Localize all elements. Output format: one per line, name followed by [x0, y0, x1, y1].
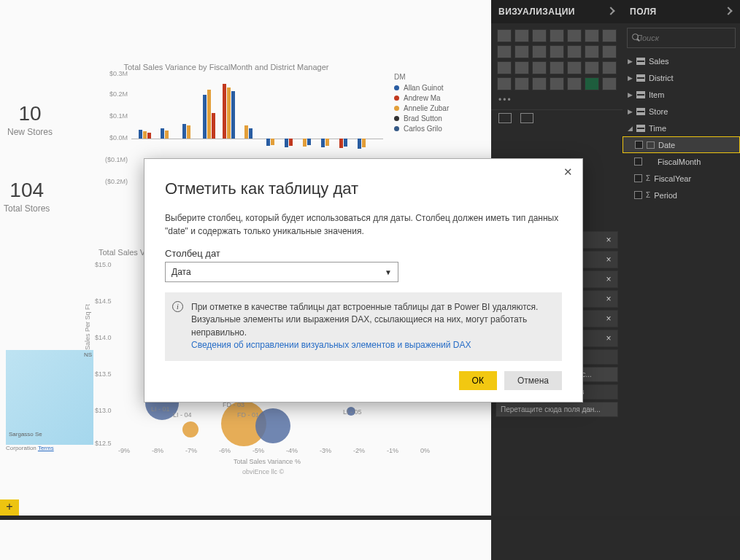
dropdown-value: Дата [171, 267, 191, 277]
dialog-description: Выберите столбец, который будет использо… [165, 211, 562, 238]
info-link[interactable]: Сведения об исправлении визуальных элеме… [191, 340, 471, 350]
info-text: При отметке в качестве таблицы дат встро… [191, 302, 538, 338]
info-message: i При отметке в качестве таблицы дат вст… [165, 292, 562, 361]
date-column-dropdown[interactable]: Дата ▼ [165, 262, 398, 282]
close-button[interactable]: ✕ [559, 163, 577, 181]
ok-button[interactable]: ОК [459, 371, 497, 390]
cancel-button[interactable]: Отмена [504, 371, 562, 390]
date-column-label: Столбец дат [165, 248, 562, 259]
mark-as-date-table-dialog: ✕ Отметить как таблицу дат Выберите стол… [144, 158, 583, 402]
dialog-actions: ОК Отмена [165, 371, 562, 390]
info-icon: i [172, 301, 183, 312]
dialog-title: Отметить как таблицу дат [165, 179, 562, 198]
chevron-down-icon: ▼ [385, 268, 392, 276]
